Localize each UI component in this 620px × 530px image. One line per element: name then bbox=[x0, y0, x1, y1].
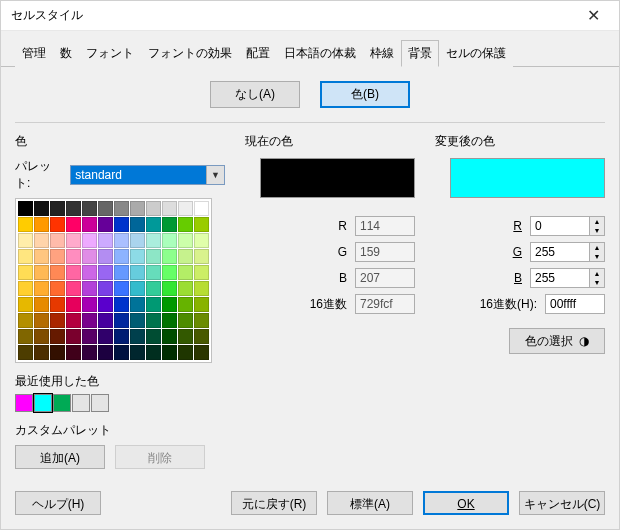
swatch[interactable] bbox=[178, 297, 193, 312]
swatch[interactable] bbox=[82, 297, 97, 312]
swatch[interactable] bbox=[34, 329, 49, 344]
recent-swatch[interactable] bbox=[15, 394, 33, 412]
swatch[interactable] bbox=[130, 201, 145, 216]
swatch[interactable] bbox=[50, 313, 65, 328]
swatch[interactable] bbox=[18, 201, 33, 216]
swatch[interactable] bbox=[178, 281, 193, 296]
swatch[interactable] bbox=[178, 329, 193, 344]
swatch[interactable] bbox=[146, 297, 161, 312]
swatch[interactable] bbox=[162, 297, 177, 312]
pick-color-button[interactable]: 色の選択 ◑ bbox=[509, 328, 605, 354]
swatch[interactable] bbox=[34, 265, 49, 280]
swatch[interactable] bbox=[34, 313, 49, 328]
swatch[interactable] bbox=[178, 345, 193, 360]
swatch[interactable] bbox=[50, 345, 65, 360]
swatch[interactable] bbox=[146, 329, 161, 344]
swatch[interactable] bbox=[98, 281, 113, 296]
swatch[interactable] bbox=[130, 313, 145, 328]
swatch[interactable] bbox=[130, 265, 145, 280]
new-g-spinner[interactable]: ▲▼ bbox=[590, 242, 605, 262]
new-b-spinner[interactable]: ▲▼ bbox=[590, 268, 605, 288]
swatch[interactable] bbox=[50, 281, 65, 296]
swatch[interactable] bbox=[98, 329, 113, 344]
tab-7[interactable]: 背景 bbox=[401, 40, 439, 67]
reset-button[interactable]: 元に戻す(R) bbox=[231, 491, 317, 515]
swatch[interactable] bbox=[66, 313, 81, 328]
new-r-spinner[interactable]: ▲▼ bbox=[590, 216, 605, 236]
recent-swatch[interactable] bbox=[72, 394, 90, 412]
swatch[interactable] bbox=[162, 249, 177, 264]
swatch[interactable] bbox=[18, 329, 33, 344]
swatch[interactable] bbox=[98, 345, 113, 360]
swatch[interactable] bbox=[82, 201, 97, 216]
swatch[interactable] bbox=[162, 233, 177, 248]
swatch[interactable] bbox=[114, 249, 129, 264]
swatch[interactable] bbox=[18, 345, 33, 360]
swatch[interactable] bbox=[146, 313, 161, 328]
swatch[interactable] bbox=[50, 233, 65, 248]
swatch[interactable] bbox=[98, 201, 113, 216]
swatch[interactable] bbox=[194, 345, 209, 360]
close-icon[interactable]: ✕ bbox=[573, 6, 613, 25]
swatch[interactable] bbox=[18, 281, 33, 296]
mode-color-button[interactable]: 色(B) bbox=[320, 81, 410, 108]
swatch[interactable] bbox=[194, 201, 209, 216]
recent-swatch[interactable] bbox=[34, 394, 52, 412]
swatch[interactable] bbox=[130, 249, 145, 264]
recent-swatch[interactable] bbox=[91, 394, 109, 412]
tab-0[interactable]: 管理 bbox=[15, 40, 53, 67]
swatch[interactable] bbox=[98, 233, 113, 248]
swatch[interactable] bbox=[18, 297, 33, 312]
swatch[interactable] bbox=[146, 265, 161, 280]
swatch[interactable] bbox=[162, 345, 177, 360]
swatch[interactable] bbox=[146, 281, 161, 296]
swatch[interactable] bbox=[162, 217, 177, 232]
swatch[interactable] bbox=[18, 265, 33, 280]
swatch[interactable] bbox=[162, 329, 177, 344]
swatch[interactable] bbox=[50, 217, 65, 232]
swatch[interactable] bbox=[178, 313, 193, 328]
swatch[interactable] bbox=[18, 217, 33, 232]
mode-none-button[interactable]: なし(A) bbox=[210, 81, 300, 108]
swatch[interactable] bbox=[178, 249, 193, 264]
swatch[interactable] bbox=[18, 249, 33, 264]
tab-8[interactable]: セルの保護 bbox=[439, 40, 513, 67]
swatch[interactable] bbox=[82, 313, 97, 328]
swatch[interactable] bbox=[98, 265, 113, 280]
new-g-input[interactable] bbox=[530, 242, 590, 262]
help-button[interactable]: ヘルプ(H) bbox=[15, 491, 101, 515]
swatch[interactable] bbox=[178, 233, 193, 248]
swatch[interactable] bbox=[34, 297, 49, 312]
swatch[interactable] bbox=[34, 281, 49, 296]
recent-swatch[interactable] bbox=[53, 394, 71, 412]
swatch[interactable] bbox=[50, 249, 65, 264]
swatch[interactable] bbox=[146, 345, 161, 360]
swatch[interactable] bbox=[50, 297, 65, 312]
swatch[interactable] bbox=[114, 265, 129, 280]
swatch[interactable] bbox=[178, 201, 193, 216]
swatch[interactable] bbox=[82, 249, 97, 264]
swatch[interactable] bbox=[98, 297, 113, 312]
swatch[interactable] bbox=[98, 313, 113, 328]
swatch[interactable] bbox=[18, 233, 33, 248]
swatch[interactable] bbox=[34, 249, 49, 264]
ok-button[interactable]: OK bbox=[423, 491, 509, 515]
tab-5[interactable]: 日本語の体裁 bbox=[277, 40, 363, 67]
new-hex-input[interactable] bbox=[545, 294, 605, 314]
swatch[interactable] bbox=[194, 329, 209, 344]
swatch[interactable] bbox=[130, 217, 145, 232]
swatch[interactable] bbox=[34, 201, 49, 216]
swatch[interactable] bbox=[50, 265, 65, 280]
swatch[interactable] bbox=[66, 265, 81, 280]
swatch[interactable] bbox=[34, 345, 49, 360]
swatch[interactable] bbox=[194, 313, 209, 328]
swatch[interactable] bbox=[82, 265, 97, 280]
swatch[interactable] bbox=[66, 329, 81, 344]
swatch[interactable] bbox=[66, 201, 81, 216]
swatch[interactable] bbox=[194, 217, 209, 232]
swatch[interactable] bbox=[82, 233, 97, 248]
swatch[interactable] bbox=[146, 233, 161, 248]
swatch[interactable] bbox=[114, 217, 129, 232]
swatch[interactable] bbox=[130, 233, 145, 248]
swatch[interactable] bbox=[194, 233, 209, 248]
